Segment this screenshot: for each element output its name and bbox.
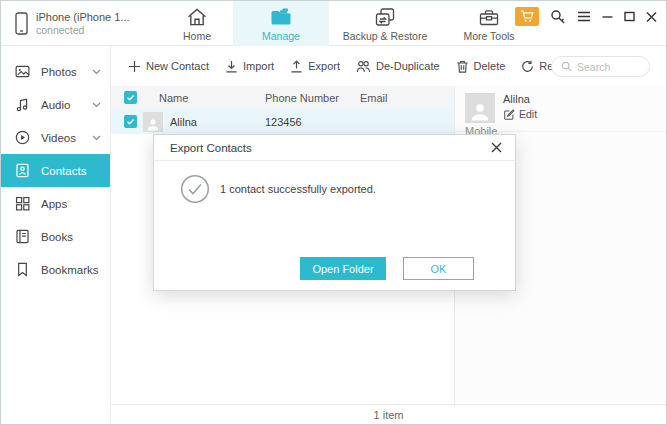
sidebar-item-photos[interactable]: Photos	[1, 55, 110, 88]
tab-home[interactable]: Home	[161, 1, 233, 46]
sidebar-item-books[interactable]: Books	[1, 220, 110, 253]
dialog-message: 1 contact successfully exported.	[220, 183, 376, 195]
sidebar: Photos Audio	[1, 46, 111, 424]
tab-manage[interactable]: Manage	[233, 1, 329, 46]
audio-icon	[14, 96, 31, 113]
sidebar-item-label: Photos	[41, 66, 77, 78]
avatar	[143, 112, 163, 132]
device-status: connected	[36, 24, 130, 36]
search-input[interactable]	[577, 61, 637, 73]
bookmarks-icon	[14, 261, 31, 278]
sidebar-item-label: Audio	[41, 99, 70, 111]
tab-manage-label: Manage	[262, 30, 300, 42]
dialog-title: Export Contacts	[170, 142, 252, 154]
backup-restore-icon	[374, 7, 396, 27]
close-icon[interactable]	[646, 11, 657, 22]
tab-home-label: Home	[183, 30, 211, 42]
plus-icon	[128, 60, 141, 73]
import-icon	[225, 60, 238, 73]
home-icon	[186, 7, 208, 27]
dialog-close-button[interactable]	[489, 140, 504, 155]
contact-phone-cell: 123456	[265, 116, 360, 128]
device-name: iPhone (iPhone 1...	[36, 11, 130, 23]
deduplicate-icon	[356, 60, 371, 73]
refresh-icon	[521, 60, 534, 73]
detail-contact-name: Alilna	[503, 93, 537, 105]
sidebar-item-videos[interactable]: Videos	[1, 121, 110, 154]
edit-label: Edit	[519, 108, 537, 120]
export-button[interactable]: Export	[282, 56, 348, 77]
manage-folder-icon	[269, 7, 293, 27]
sidebar-item-contacts[interactable]: Contacts	[1, 154, 110, 187]
delete-button[interactable]: Delete	[448, 56, 514, 77]
deduplicate-label: De-Duplicate	[376, 60, 440, 72]
sidebar-item-audio[interactable]: Audio	[1, 88, 110, 121]
export-icon	[290, 60, 303, 73]
tab-more-tools-label: More Tools	[463, 30, 514, 42]
table-row[interactable]: Alilna 123456	[111, 109, 454, 134]
sidebar-item-apps[interactable]: Apps	[1, 187, 110, 220]
tab-backup-restore-label: Backup & Restore	[343, 30, 428, 42]
column-header-email[interactable]: Email	[360, 92, 388, 104]
statusbar: 1 item	[111, 404, 666, 424]
cart-icon[interactable]	[515, 7, 539, 26]
minimize-icon[interactable]	[602, 11, 613, 22]
ok-button[interactable]: OK	[403, 257, 474, 280]
sidebar-item-bookmarks[interactable]: Bookmarks	[1, 253, 110, 286]
edit-icon	[503, 108, 515, 120]
phone-icon	[15, 12, 28, 35]
deduplicate-button[interactable]: De-Duplicate	[348, 56, 448, 77]
table-header: Name Phone Number Email	[111, 86, 454, 109]
trash-icon	[456, 60, 469, 73]
chevron-down-icon[interactable]	[92, 69, 101, 75]
chevron-down-icon[interactable]	[92, 135, 101, 141]
sidebar-item-label: Videos	[41, 132, 76, 144]
avatar	[465, 93, 495, 123]
search-icon	[561, 61, 572, 72]
column-header-name[interactable]: Name	[137, 92, 265, 104]
sidebar-item-label: Apps	[41, 198, 67, 210]
key-icon[interactable]	[550, 9, 566, 25]
maximize-icon[interactable]	[624, 11, 635, 22]
export-label: Export	[308, 60, 340, 72]
titlebar: iPhone (iPhone 1... connected Home	[1, 1, 666, 46]
more-tools-icon	[478, 7, 500, 27]
sidebar-item-label: Books	[41, 231, 73, 243]
import-button[interactable]: Import	[217, 56, 282, 77]
select-all-checkbox[interactable]	[124, 91, 137, 104]
sidebar-item-label: Contacts	[41, 165, 86, 177]
export-contacts-dialog: Export Contacts 1 contact successfully e…	[153, 134, 516, 291]
search-box[interactable]	[551, 56, 650, 77]
device-info: iPhone (iPhone 1... connected	[15, 11, 130, 36]
videos-icon	[14, 129, 31, 146]
photos-icon	[14, 63, 31, 80]
delete-label: Delete	[474, 60, 506, 72]
books-icon	[14, 228, 31, 245]
top-navigation: Home Manage	[161, 1, 537, 46]
contact-name-cell: Alilna	[170, 116, 197, 128]
dialog-header: Export Contacts	[154, 135, 515, 161]
success-check-icon	[180, 174, 210, 204]
chevron-down-icon[interactable]	[92, 102, 101, 108]
sidebar-item-label: Bookmarks	[41, 264, 99, 276]
contacts-toolbar: New Contact Import Export De-Duplicate	[111, 46, 666, 86]
contacts-icon	[14, 162, 31, 179]
column-header-phone[interactable]: Phone Number	[265, 92, 360, 104]
app-window: iPhone (iPhone 1... connected Home	[0, 0, 667, 425]
apps-icon	[14, 195, 31, 212]
menu-icon[interactable]	[577, 11, 591, 22]
open-folder-button[interactable]: Open Folder	[300, 257, 386, 280]
edit-contact-button[interactable]: Edit	[503, 108, 537, 120]
window-controls	[515, 7, 657, 26]
row-checkbox[interactable]	[124, 115, 137, 128]
new-contact-label: New Contact	[146, 60, 209, 72]
item-count: 1 item	[374, 409, 404, 421]
new-contact-button[interactable]: New Contact	[120, 56, 217, 77]
import-label: Import	[243, 60, 274, 72]
tab-backup-restore[interactable]: Backup & Restore	[329, 1, 441, 46]
